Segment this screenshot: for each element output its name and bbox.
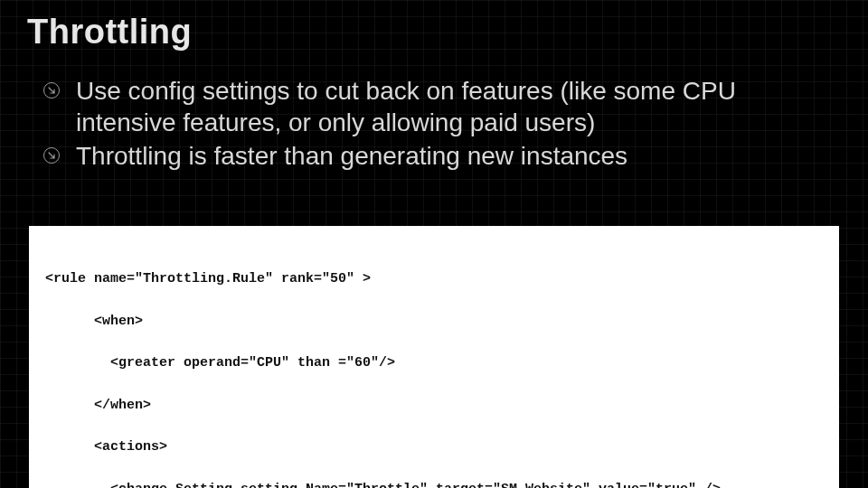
code-line: <actions> bbox=[45, 436, 823, 457]
code-line: </when> bbox=[45, 395, 823, 416]
code-line: <greater operand="CPU" than ="60"/> bbox=[45, 352, 823, 373]
bullet-item: Throttling is faster than generating new… bbox=[43, 140, 841, 172]
bullet-text: Use config settings to cut back on featu… bbox=[76, 77, 736, 136]
code-block: <rule name="Throttling.Rule" rank="50" >… bbox=[29, 226, 839, 488]
slide-title: Throttling bbox=[27, 13, 841, 52]
arrow-circle-icon bbox=[43, 82, 60, 99]
code-line: <rule name="Throttling.Rule" rank="50" > bbox=[45, 268, 823, 289]
arrow-circle-icon bbox=[43, 147, 60, 164]
bullet-text: Throttling is faster than generating new… bbox=[76, 142, 627, 170]
code-line: <when> bbox=[45, 311, 823, 332]
bullet-item: Use config settings to cut back on featu… bbox=[43, 75, 841, 138]
bullet-list: Use config settings to cut back on featu… bbox=[27, 75, 841, 172]
code-line: <change.Setting setting.Name="Throttle" … bbox=[45, 479, 823, 488]
slide: Throttling Use config settings to cut ba… bbox=[0, 0, 868, 488]
